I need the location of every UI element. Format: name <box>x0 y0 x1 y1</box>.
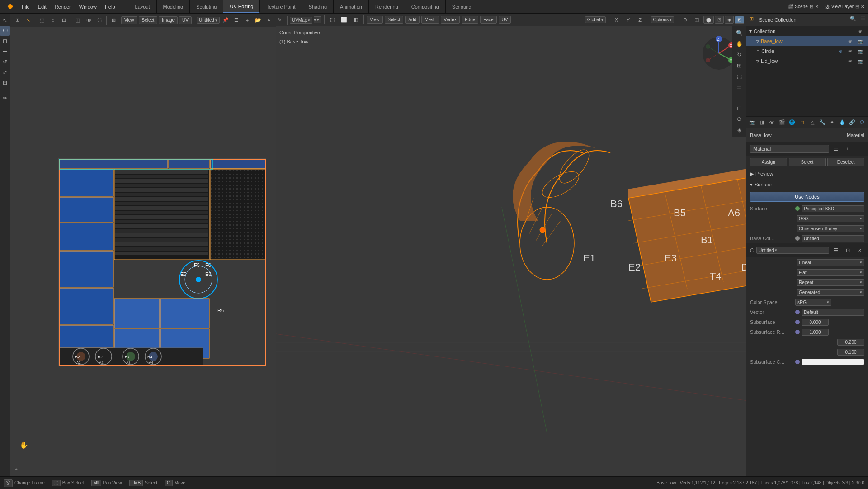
vp-icon1[interactable]: ⬚ <box>327 15 337 25</box>
view-menu-3d[interactable]: View <box>367 16 383 24</box>
prop-world-icon[interactable]: 🌐 <box>788 118 797 128</box>
uv-tool3[interactable]: ⊡ <box>59 15 69 25</box>
base-low-visible[interactable]: 👁 <box>845 36 855 46</box>
vp-right-icon2[interactable]: ✋ <box>734 39 744 49</box>
node-browse[interactable]: ☰ <box>831 245 841 255</box>
uv-view[interactable]: 👁 <box>84 15 94 25</box>
surface-section[interactable]: ▾ Surface <box>746 179 868 190</box>
image-menu-btn[interactable]: Image <box>159 16 178 24</box>
subsurface-value[interactable]: 0.000 <box>802 319 829 326</box>
prop-scene-icon[interactable]: 🎬 <box>778 118 787 128</box>
options-dropdown[interactable]: Options <box>651 16 674 23</box>
edit-menu[interactable]: Edit <box>34 3 50 10</box>
prop-view-icon[interactable]: 👁 <box>767 118 777 128</box>
vertex-menu-3d[interactable]: Vertex <box>441 16 460 24</box>
prop-object-icon[interactable]: ◻ <box>797 118 807 128</box>
tab-rendering[interactable]: Rendering <box>369 0 405 13</box>
rotate-tool[interactable]: ↺ <box>0 57 10 67</box>
xray-icon[interactable]: ◫ <box>692 15 702 25</box>
circle-visible[interactable]: 👁 <box>845 46 855 56</box>
distribution-dropdown[interactable]: GGX <box>797 215 864 222</box>
file-menu[interactable]: File <box>18 3 33 10</box>
linear-dropdown[interactable]: Linear <box>797 259 864 266</box>
vp-icon3[interactable]: ◧ <box>351 15 361 25</box>
generated-dropdown[interactable]: Generated <box>797 289 864 296</box>
mat-browse[interactable]: ☰ <box>831 144 841 154</box>
annotate-tool[interactable]: ✏ <box>0 93 10 103</box>
uv-viewport[interactable]: F5 F6 E5 E6 <box>10 27 314 476</box>
base-low-render[interactable]: 📷 <box>855 36 865 46</box>
vp-right-icon1[interactable]: 🔍 <box>734 28 744 38</box>
node-copy[interactable]: ⊡ <box>843 245 853 255</box>
tab-layout[interactable]: Layout <box>129 0 157 13</box>
axis-gizmo[interactable]: X Y Z <box>701 35 737 71</box>
vp-right-icon4[interactable]: ⊞ <box>734 61 744 71</box>
use-nodes-btn[interactable]: Use Nodes <box>750 192 864 202</box>
prop-mesh-icon[interactable]: △ <box>807 118 817 128</box>
uv-overlay[interactable]: ◫ <box>73 15 83 25</box>
image-pin[interactable]: 📌 <box>221 15 231 25</box>
preview-section[interactable]: ▶ Preview <box>746 168 868 179</box>
color-space-dropdown[interactable]: sRG <box>795 299 831 306</box>
uv-menu-3d[interactable]: UV <box>499 16 511 24</box>
prop-constraints-icon[interactable]: 🔗 <box>848 118 857 128</box>
vp-right-icon7[interactable]: ◻ <box>734 103 744 113</box>
uv-tool1[interactable]: ⬚ <box>37 15 47 25</box>
tab-compositing[interactable]: Compositing <box>405 0 446 13</box>
image-open[interactable]: 📂 <box>253 15 263 25</box>
vp-right-icon8[interactable]: ⊙ <box>734 114 744 124</box>
close-icon[interactable]: ✕ <box>815 4 819 9</box>
face-menu-3d[interactable]: Face <box>480 16 496 24</box>
3d-viewport[interactable]: Guest Perspective (1) Base_low <box>276 26 746 476</box>
repeat-dropdown[interactable]: Repeat <box>797 279 864 286</box>
tab-sculpting[interactable]: Sculpting <box>190 0 223 13</box>
vp-right-icon9[interactable]: ◈ <box>734 125 744 135</box>
view-menu-btn[interactable]: View <box>121 16 137 24</box>
close-icon2[interactable]: ✕ <box>861 4 864 9</box>
select-menu-btn[interactable]: Select <box>139 16 158 24</box>
vp-right-icon6[interactable]: ☰ <box>734 82 744 92</box>
outliner-options[interactable]: ☰ <box>858 14 868 24</box>
uv-tool2[interactable]: ○ <box>48 15 58 25</box>
base-color-value[interactable]: Untitled <box>802 235 864 242</box>
tab-shading[interactable]: Shading <box>302 0 334 13</box>
render-mode[interactable]: ◈ <box>725 16 734 24</box>
image-node-dropdown[interactable]: Untitled <box>756 247 829 254</box>
outliner-filter[interactable]: 🔍 <box>848 14 858 24</box>
tab-add[interactable]: + <box>478 0 494 13</box>
tab-uv-editing[interactable]: UV Editing <box>223 0 260 13</box>
move-tool[interactable]: ✛ <box>0 47 10 57</box>
outliner-lid-low[interactable]: ▿ Lid_low 👁 📷 <box>746 56 868 66</box>
image-close[interactable]: ✕ <box>264 15 274 25</box>
vector-value[interactable]: Default <box>802 309 864 316</box>
transform-z[interactable]: Z <box>635 15 645 25</box>
material-slot[interactable]: Material <box>750 145 829 153</box>
uv-snap[interactable]: ⊠ <box>108 15 118 25</box>
mat-remove[interactable]: − <box>854 144 864 154</box>
flat-dropdown[interactable]: Flat <box>797 269 864 276</box>
collection-visible[interactable]: 👁 <box>855 26 865 36</box>
prop-output-icon[interactable]: ◨ <box>757 118 767 128</box>
add-menu-3d[interactable]: Add <box>405 16 420 24</box>
lid-low-render[interactable]: 📷 <box>855 56 865 66</box>
overlay-icon[interactable]: ⊙ <box>680 15 690 25</box>
vp-icon2[interactable]: ⬜ <box>339 15 349 25</box>
select-tool[interactable]: ⬚ <box>0 26 10 36</box>
uv-menu-btn[interactable]: UV <box>179 16 192 24</box>
shading-dropdown[interactable]: Global <box>585 16 606 23</box>
hand-tool[interactable]: ✋ <box>19 441 28 449</box>
select-btn[interactable]: Select <box>789 158 826 166</box>
tab-animation[interactable]: Animation <box>334 0 369 13</box>
image-selector[interactable]: Untitled <box>197 17 220 24</box>
select-menu-3d[interactable]: Select <box>385 16 404 24</box>
lid-low-visible[interactable]: 👁 <box>845 56 855 66</box>
assign-btn[interactable]: Assign <box>750 158 787 166</box>
outliner-collection[interactable]: ▾ Collection 👁 <box>746 26 868 36</box>
subsurface-method-dropdown[interactable]: Christensen-Burley <box>797 225 864 232</box>
tab-texture-paint[interactable]: Texture Paint <box>260 0 302 13</box>
mesh-menu-3d[interactable]: Mesh <box>421 16 439 24</box>
edge-menu-3d[interactable]: Edge <box>462 16 478 24</box>
window-menu[interactable]: Window <box>75 3 100 10</box>
image-new[interactable]: + <box>242 15 252 25</box>
prop-particles-icon[interactable]: ✦ <box>827 118 837 128</box>
